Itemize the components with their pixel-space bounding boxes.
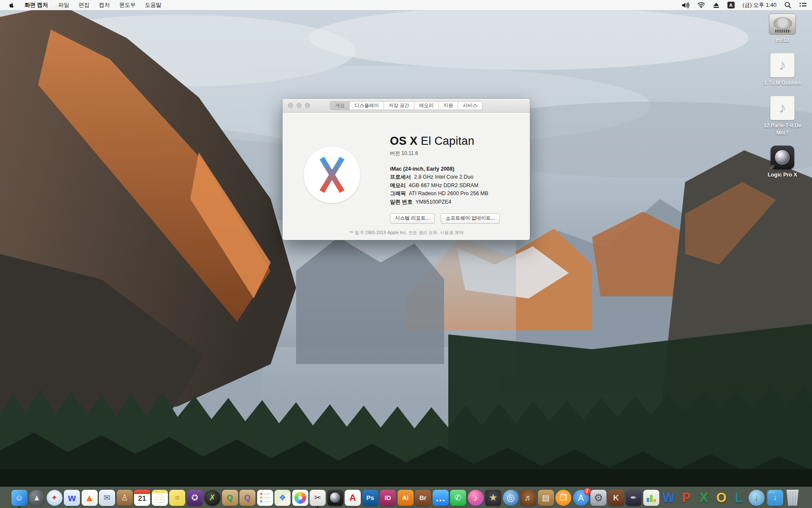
dock-item-illustrator[interactable]: Ai (397, 487, 414, 508)
dock-item-pages[interactable]: ✒ (625, 487, 642, 508)
dock-item-appstore[interactable]: A7 (573, 487, 590, 508)
dock-item-garageband[interactable]: ♬ (520, 487, 537, 508)
dock-item-contacts[interactable]: ♙ (116, 487, 133, 508)
dock-item-reminders[interactable] (257, 487, 274, 508)
dock-item-itunes[interactable]: ♪ (467, 487, 484, 508)
dock-item-imovie[interactable]: ★ (485, 487, 502, 508)
dock-item-keynote[interactable]: K (608, 487, 625, 508)
dock-item-indesign[interactable]: ID (379, 487, 396, 508)
dock-item-safari[interactable]: ✦ (46, 487, 63, 508)
menu-item-3[interactable]: 캡처 (94, 1, 115, 9)
dock-item-lync[interactable]: L (730, 487, 747, 508)
dock-item-vlc[interactable]: ▲ (81, 487, 98, 508)
close-button[interactable] (288, 103, 293, 108)
menu-bar-clock[interactable]: (금) 오후 1:40 (743, 1, 776, 9)
finder-icon: ☺ (11, 490, 27, 506)
illustrator-icon: Ai (398, 490, 414, 506)
dock-item-outlook[interactable]: O (713, 487, 730, 508)
tab-5[interactable]: 서비스 (458, 102, 482, 110)
tab-3[interactable]: 메모리 (414, 102, 439, 110)
dock-item-publisher[interactable]: ▤ (538, 487, 554, 508)
dock-item-numbers[interactable] (643, 487, 660, 508)
dock-item-photoshop[interactable]: Ps (362, 487, 379, 508)
dock-item-stuffit-purple-q[interactable]: Q (239, 487, 256, 508)
stickies-icon: ≡ (169, 490, 185, 506)
dock-item-sysprefs[interactable]: ⚙ (590, 487, 607, 508)
menu-item-4[interactable]: 윈도우 (115, 1, 140, 9)
dock-item-downloads[interactable]: ↓ (767, 487, 784, 508)
window-titlebar[interactable]: 개요디스플레이저장 공간메모리지원서비스 (283, 99, 530, 113)
active-app-menu[interactable]: 화면 캡처 (20, 1, 54, 9)
about-this-mac-window: 개요디스플레이저장 공간메모리지원서비스 OS X El Capitan 버전 … (283, 99, 530, 240)
dock-item-messages[interactable]: … (432, 487, 449, 508)
menu-item-5[interactable]: 도움말 (140, 1, 166, 9)
dock-item-excel[interactable]: X (695, 487, 712, 508)
desktop-icon-logic-pro-x[interactable]: ↗Logic Pro X (768, 146, 797, 179)
dock-item-stuffit-green-q[interactable]: Q (222, 487, 239, 508)
software-update-button[interactable]: 소프트웨어 업데이트... (441, 213, 500, 224)
volume-icon[interactable] (682, 2, 689, 8)
desktop-icon-label: 12 Parle-T-Il De Moi? (757, 122, 808, 137)
tab-2[interactable]: 저장 공간 (384, 102, 414, 110)
dock-item-idvd[interactable]: ◎ (502, 487, 519, 508)
outlook-icon: O (713, 490, 730, 506)
alias-arrow-icon: ↗ (770, 164, 774, 170)
dock-item-stickies[interactable]: ≡ (169, 487, 186, 508)
dock-item-mail[interactable]: ✉ (99, 487, 115, 508)
copyright-footer: ™ 및 © 1983-2016 Apple Inc. 모든 권리 보유.사용권 … (283, 230, 530, 236)
dock-item-xee[interactable]: ✗ (204, 487, 221, 508)
desktop-icon-label: Logic Pro X (768, 171, 797, 179)
tab-4[interactable]: 지원 (439, 102, 458, 110)
dock-item-photos[interactable] (292, 487, 309, 508)
dock-item-finder[interactable]: ☺ (11, 487, 28, 508)
dock-item-powerpoint[interactable]: P (678, 487, 695, 508)
photobooth-icon: ✪ (187, 490, 203, 506)
app-menus: 화면 캡처파일편집캡처윈도우도움말 (20, 1, 166, 9)
dock-item-notes[interactable] (151, 487, 168, 508)
dock-item-grab[interactable]: ✂ (309, 487, 326, 508)
spec-row: 일련 번호YM85100PZE4 (390, 198, 525, 207)
dock-item-logic-pro[interactable] (327, 487, 344, 508)
downloads-icon: ↓ (767, 490, 783, 506)
eject-icon[interactable] (713, 3, 719, 8)
dock-item-wordfast[interactable]: w (63, 487, 80, 508)
imovie-icon: ★ (485, 490, 501, 506)
tab-1[interactable]: 디스플레이 (350, 102, 384, 110)
menu-item-1[interactable]: 파일 (54, 1, 74, 9)
pages-icon: ✒ (625, 490, 642, 506)
dock-item-downloader[interactable]: ↓ (748, 487, 765, 508)
zoom-button[interactable] (305, 103, 310, 108)
dock-item-trash[interactable] (784, 487, 801, 508)
spec-label: 메모리 (390, 182, 406, 190)
stuffit-purple-q-icon: Q (239, 490, 255, 506)
dock-item-maps[interactable]: ❖ (274, 487, 291, 508)
dock-item-word[interactable]: W (660, 487, 677, 508)
spotlight-icon[interactable] (785, 2, 791, 8)
sysprefs-icon: ⚙ (590, 490, 606, 506)
dock-item-photobooth[interactable]: ✪ (187, 487, 203, 508)
appstore-badge: 7 (584, 488, 591, 495)
dock-item-facetime[interactable]: ✆ (450, 487, 466, 508)
itunes-icon: ♪ (468, 490, 484, 506)
dock-item-bridge[interactable]: Br (414, 487, 431, 508)
desktop-icon-tu-moublies[interactable]: ♪1 Tu M'Oublies (764, 53, 801, 87)
license-link[interactable]: 사용권 계약 (440, 230, 463, 235)
grab-icon: ✂ (310, 490, 326, 506)
desktop-icon-mc18[interactable]: mc18 (769, 14, 796, 44)
wifi-icon[interactable] (697, 2, 705, 8)
dock-item-calendar[interactable]: 21 (134, 487, 151, 508)
minimize-button[interactable] (296, 103, 302, 108)
notification-center-icon[interactable] (799, 2, 807, 8)
dock-item-launchpad[interactable]: ▲ (28, 487, 45, 508)
dock-item-acrobat[interactable]: A (344, 487, 361, 508)
desktop-icon-parle-t-il[interactable]: ♪12 Parle-T-Il De Moi? (757, 96, 808, 137)
input-source-badge[interactable]: A (727, 2, 735, 8)
maps-icon: ❖ (274, 490, 291, 506)
tab-0[interactable]: 개요 (330, 102, 350, 110)
word-icon: W (661, 490, 677, 506)
keynote-icon: K (608, 490, 624, 506)
apple-menu[interactable] (8, 2, 15, 9)
menu-item-2[interactable]: 편집 (74, 1, 94, 9)
system-report-button[interactable]: 시스템 리포트... (390, 213, 435, 224)
dock-item-ibooks[interactable]: ❒ (555, 487, 572, 508)
